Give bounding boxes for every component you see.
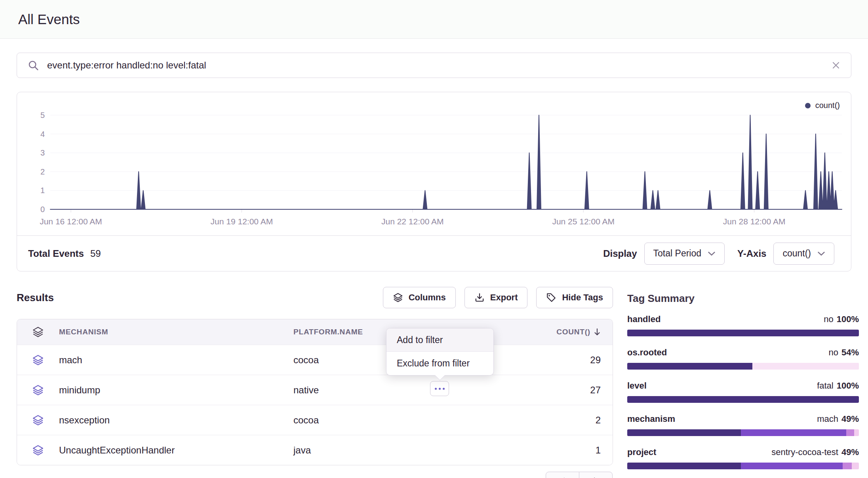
tag-distribution-bar[interactable] [627,363,859,370]
tag-icon [546,292,556,303]
next-page-button[interactable] [579,472,613,478]
tag-name: os.rooted [627,347,667,358]
ellipsis-icon [435,388,437,390]
display-select[interactable]: Total Period [644,243,725,265]
export-button[interactable]: Export [464,287,528,308]
table-row: minidump native 27 [17,375,613,405]
page-header: All Events [0,0,868,39]
tag-name: level [627,381,647,391]
cell-platform-name: java [293,445,464,456]
tag-value: fatal [817,381,834,391]
menu-item-add-to-filter[interactable]: Add to filter [386,328,493,352]
column-header-mechanism[interactable]: MECHANISM [59,328,293,336]
stack-icon [32,414,44,426]
chevron-down-icon [817,251,825,256]
cell-count: 2 [464,415,613,426]
svg-text:Jun 28 12:00 AM: Jun 28 12:00 AM [723,217,786,226]
ellipsis-icon [443,388,445,390]
chart-legend[interactable]: count() [805,101,840,110]
svg-text:4: 4 [40,130,45,138]
tag-row-os-rooted: os.rooted no54% [627,347,859,370]
tag-percent: 54% [841,347,859,357]
tag-name: mechanism [627,414,675,424]
tag-percent: 100% [837,381,859,391]
tag-value: mach [817,414,838,424]
cell-mechanism: UncaughtExceptionHandler [59,445,293,456]
tag-summary: Tag Summary handled no100% os.rooted no5… [627,287,859,478]
tag-summary-title: Tag Summary [627,292,859,305]
tag-row-handled: handled no100% [627,314,859,336]
tag-distribution-bar[interactable] [627,429,859,436]
cell-actions-menu: Add to filter Exclude from filter [386,328,494,376]
tag-name: project [627,447,656,457]
events-chart-svg: 012345Jun 16 12:00 AMJun 19 12:00 AMJun … [17,92,851,235]
results-section: Results Columns Export [17,287,613,478]
tag-row-mechanism: mechanism mach49% [627,414,859,436]
cell-count: 1 [464,445,613,456]
export-icon [474,292,485,303]
stack-icon [32,384,44,396]
chart-footer: Total Events 59 Display Total Period Y-A… [17,235,851,271]
display-label: Display [603,248,637,259]
svg-text:Jun 19 12:00 AM: Jun 19 12:00 AM [211,217,273,226]
display-select-value: Total Period [653,248,701,259]
svg-text:1: 1 [40,186,45,195]
results-table: MECHANISM PLATFORM.NAME COUNT() mach coc… [17,319,613,465]
results-table-header: MECHANISM PLATFORM.NAME COUNT() [17,319,613,345]
events-chart: 012345Jun 16 12:00 AMJun 19 12:00 AMJun … [17,92,851,235]
cell-platform-name: cocoa [293,415,464,426]
total-events: Total Events 59 [28,248,101,259]
svg-text:Jun 16 12:00 AM: Jun 16 12:00 AM [40,217,102,226]
tag-value: no [824,314,833,324]
svg-text:5: 5 [40,111,45,120]
clear-search-icon[interactable] [831,61,841,70]
cell-mechanism: mach [59,355,293,366]
tag-distribution-bar[interactable] [627,330,859,336]
tag-value: sentry-cocoa-test [771,447,838,457]
tag-distribution-bar[interactable] [627,396,859,403]
tag-percent: 49% [841,447,859,457]
search-input[interactable] [47,60,823,71]
search-bar[interactable] [17,53,851,78]
cell-mechanism: minidump [59,385,293,396]
y-axis-select-value: count() [782,248,811,259]
legend-series-label: count() [815,101,840,110]
stack-icon [32,444,44,456]
svg-text:3: 3 [40,148,45,157]
tag-percent: 100% [837,314,859,324]
tag-name: handled [627,314,661,324]
tag-distribution-bar[interactable] [627,463,859,469]
table-row: mach cocoa 29 [17,345,613,375]
chevron-down-icon [708,251,716,256]
sort-desc-icon [594,328,601,336]
events-chart-panel: 012345Jun 16 12:00 AMJun 19 12:00 AMJun … [17,92,851,271]
tag-value: no [828,347,838,357]
results-actions: Columns Export Hide Tags [383,287,613,308]
columns-stack-icon [393,292,403,303]
total-events-value: 59 [90,248,101,259]
cell-count: 27 [464,385,613,396]
cell-actions-button[interactable] [430,381,449,396]
stack-icon [32,354,44,366]
hide-tags-button[interactable]: Hide Tags [536,287,613,308]
search-icon [27,59,39,71]
cell-mechanism: nsexception [59,415,293,426]
svg-text:0: 0 [40,205,45,214]
tag-percent: 49% [841,414,859,424]
table-row: UncaughtExceptionHandler java 1 [17,435,613,465]
search-section [17,53,851,78]
legend-series-dot [805,103,811,108]
y-axis-select[interactable]: count() [773,243,834,265]
hide-tags-button-label: Hide Tags [562,292,603,303]
svg-text:2: 2 [40,167,45,176]
previous-page-button[interactable] [546,472,579,478]
total-events-label: Total Events [28,248,84,259]
svg-text:Jun 25 12:00 AM: Jun 25 12:00 AM [552,217,615,226]
export-button-label: Export [490,292,518,303]
stack-icon [32,326,44,338]
results-title: Results [17,292,54,304]
table-row: nsexception cocoa 2 [17,405,613,435]
columns-button[interactable]: Columns [383,287,456,308]
pagination [546,472,613,478]
page-title: All Events [18,11,80,27]
